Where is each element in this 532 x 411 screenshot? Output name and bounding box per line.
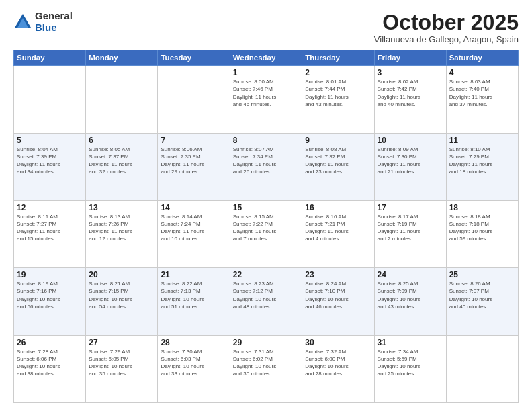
header-monday: Monday [86,50,158,66]
calendar-cell-w5-d1: 27Sunrise: 7:29 AM Sunset: 6:05 PM Dayli… [86,335,158,402]
calendar-cell-w1-d3: 1Sunrise: 8:00 AM Sunset: 7:46 PM Daylig… [230,66,302,133]
calendar-cell-w3-d0: 12Sunrise: 8:11 AM Sunset: 7:27 PM Dayli… [14,200,86,267]
calendar-cell-w5-d5: 31Sunrise: 7:34 AM Sunset: 5:59 PM Dayli… [374,335,446,402]
day-number: 2 [305,68,371,77]
day-number: 4 [449,68,515,77]
day-info: Sunrise: 8:17 AM Sunset: 7:19 PM Dayligh… [378,213,443,243]
day-info: Sunrise: 7:34 AM Sunset: 5:59 PM Dayligh… [378,348,443,378]
day-number: 6 [89,136,154,145]
day-info: Sunrise: 8:26 AM Sunset: 7:07 PM Dayligh… [449,280,515,310]
day-info: Sunrise: 8:10 AM Sunset: 7:29 PM Dayligh… [449,146,515,176]
day-info: Sunrise: 8:19 AM Sunset: 7:16 PM Dayligh… [17,280,83,310]
calendar-cell-w1-d6: 4Sunrise: 8:03 AM Sunset: 7:40 PM Daylig… [446,66,518,133]
calendar-table: Sunday Monday Tuesday Wednesday Thursday… [13,50,519,403]
calendar-cell-w2-d0: 5Sunrise: 8:04 AM Sunset: 7:39 PM Daylig… [14,133,86,200]
day-info: Sunrise: 8:21 AM Sunset: 7:15 PM Dayligh… [89,280,154,310]
logo-general-text: General [35,11,73,22]
day-info: Sunrise: 8:23 AM Sunset: 7:12 PM Dayligh… [233,280,300,310]
calendar-cell-w4-d0: 19Sunrise: 8:19 AM Sunset: 7:16 PM Dayli… [14,268,86,335]
day-number: 17 [378,203,443,212]
day-info: Sunrise: 8:01 AM Sunset: 7:44 PM Dayligh… [305,78,371,108]
calendar-cell-w3-d3: 15Sunrise: 8:15 AM Sunset: 7:22 PM Dayli… [230,200,302,267]
day-info: Sunrise: 7:31 AM Sunset: 6:02 PM Dayligh… [233,348,300,378]
weekday-header-row: Sunday Monday Tuesday Wednesday Thursday… [14,50,519,66]
header-saturday: Saturday [446,50,518,66]
week-row-2: 5Sunrise: 8:04 AM Sunset: 7:39 PM Daylig… [14,133,519,200]
day-number: 15 [233,203,300,212]
day-number: 5 [17,136,83,145]
calendar-cell-w1-d0 [14,66,86,133]
day-info: Sunrise: 7:32 AM Sunset: 6:00 PM Dayligh… [305,348,371,378]
day-info: Sunrise: 8:00 AM Sunset: 7:46 PM Dayligh… [233,78,300,108]
logo-text: General Blue [35,11,73,33]
header: General Blue October 2025 Villanueva de … [13,11,519,44]
day-info: Sunrise: 8:06 AM Sunset: 7:35 PM Dayligh… [161,146,226,176]
header-sunday: Sunday [14,50,86,66]
day-info: Sunrise: 8:25 AM Sunset: 7:09 PM Dayligh… [378,280,443,310]
day-number: 18 [449,203,515,212]
calendar-cell-w3-d5: 17Sunrise: 8:17 AM Sunset: 7:19 PM Dayli… [374,200,446,267]
calendar-cell-w1-d2 [158,66,230,133]
title-block: October 2025 Villanueva de Gallego, Arag… [374,11,519,44]
calendar-cell-w2-d3: 8Sunrise: 8:07 AM Sunset: 7:34 PM Daylig… [230,133,302,200]
calendar-cell-w5-d2: 28Sunrise: 7:30 AM Sunset: 6:03 PM Dayli… [158,335,230,402]
calendar-cell-w2-d1: 6Sunrise: 8:05 AM Sunset: 7:37 PM Daylig… [86,133,158,200]
calendar-cell-w2-d4: 9Sunrise: 8:08 AM Sunset: 7:32 PM Daylig… [302,133,374,200]
day-number: 22 [233,270,300,279]
day-number: 9 [305,136,371,145]
day-number: 14 [161,203,226,212]
day-info: Sunrise: 8:05 AM Sunset: 7:37 PM Dayligh… [89,146,154,176]
day-info: Sunrise: 8:14 AM Sunset: 7:24 PM Dayligh… [161,213,226,243]
day-info: Sunrise: 7:29 AM Sunset: 6:05 PM Dayligh… [89,348,154,378]
header-friday: Friday [374,50,446,66]
month-title: October 2025 [374,11,519,34]
day-info: Sunrise: 8:08 AM Sunset: 7:32 PM Dayligh… [305,146,371,176]
week-row-5: 26Sunrise: 7:28 AM Sunset: 6:06 PM Dayli… [14,335,519,402]
day-info: Sunrise: 8:04 AM Sunset: 7:39 PM Dayligh… [17,146,83,176]
calendar-cell-w4-d2: 21Sunrise: 8:22 AM Sunset: 7:13 PM Dayli… [158,268,230,335]
day-info: Sunrise: 8:09 AM Sunset: 7:30 PM Dayligh… [378,146,443,176]
header-tuesday: Tuesday [158,50,230,66]
day-number: 10 [378,136,443,145]
day-number: 26 [17,338,83,347]
calendar-cell-w3-d4: 16Sunrise: 8:16 AM Sunset: 7:21 PM Dayli… [302,200,374,267]
day-number: 23 [305,270,371,279]
calendar-cell-w1-d1 [86,66,158,133]
day-info: Sunrise: 8:24 AM Sunset: 7:10 PM Dayligh… [305,280,371,310]
day-number: 27 [89,338,154,347]
logo-icon [13,13,32,32]
day-info: Sunrise: 8:07 AM Sunset: 7:34 PM Dayligh… [233,146,300,176]
day-number: 7 [161,136,226,145]
calendar-cell-w2-d2: 7Sunrise: 8:06 AM Sunset: 7:35 PM Daylig… [158,133,230,200]
logo-blue-text: Blue [35,22,73,34]
day-info: Sunrise: 8:22 AM Sunset: 7:13 PM Dayligh… [161,280,226,310]
day-number: 20 [89,270,154,279]
day-info: Sunrise: 8:11 AM Sunset: 7:27 PM Dayligh… [17,213,83,243]
calendar-cell-w3-d1: 13Sunrise: 8:13 AM Sunset: 7:26 PM Dayli… [86,200,158,267]
location-subtitle: Villanueva de Gallego, Aragon, Spain [374,34,519,44]
calendar-cell-w4-d4: 23Sunrise: 8:24 AM Sunset: 7:10 PM Dayli… [302,268,374,335]
day-number: 24 [378,270,443,279]
week-row-4: 19Sunrise: 8:19 AM Sunset: 7:16 PM Dayli… [14,268,519,335]
calendar-cell-w2-d5: 10Sunrise: 8:09 AM Sunset: 7:30 PM Dayli… [374,133,446,200]
calendar-cell-w5-d3: 29Sunrise: 7:31 AM Sunset: 6:02 PM Dayli… [230,335,302,402]
day-number: 28 [161,338,226,347]
day-number: 19 [17,270,83,279]
calendar-cell-w5-d6 [446,335,518,402]
day-number: 29 [233,338,300,347]
calendar-cell-w4-d5: 24Sunrise: 8:25 AM Sunset: 7:09 PM Dayli… [374,268,446,335]
calendar-cell-w1-d4: 2Sunrise: 8:01 AM Sunset: 7:44 PM Daylig… [302,66,374,133]
calendar-cell-w1-d5: 3Sunrise: 8:02 AM Sunset: 7:42 PM Daylig… [374,66,446,133]
day-info: Sunrise: 8:16 AM Sunset: 7:21 PM Dayligh… [305,213,371,243]
day-info: Sunrise: 7:30 AM Sunset: 6:03 PM Dayligh… [161,348,226,378]
day-number: 1 [233,68,300,77]
day-info: Sunrise: 8:13 AM Sunset: 7:26 PM Dayligh… [89,213,154,243]
day-number: 3 [378,68,443,77]
calendar-cell-w2-d6: 11Sunrise: 8:10 AM Sunset: 7:29 PM Dayli… [446,133,518,200]
day-info: Sunrise: 8:03 AM Sunset: 7:40 PM Dayligh… [449,78,515,108]
calendar-page: General Blue October 2025 Villanueva de … [0,0,532,411]
day-info: Sunrise: 8:02 AM Sunset: 7:42 PM Dayligh… [378,78,443,108]
calendar-cell-w3-d6: 18Sunrise: 8:18 AM Sunset: 7:18 PM Dayli… [446,200,518,267]
calendar-cell-w5-d0: 26Sunrise: 7:28 AM Sunset: 6:06 PM Dayli… [14,335,86,402]
day-number: 16 [305,203,371,212]
